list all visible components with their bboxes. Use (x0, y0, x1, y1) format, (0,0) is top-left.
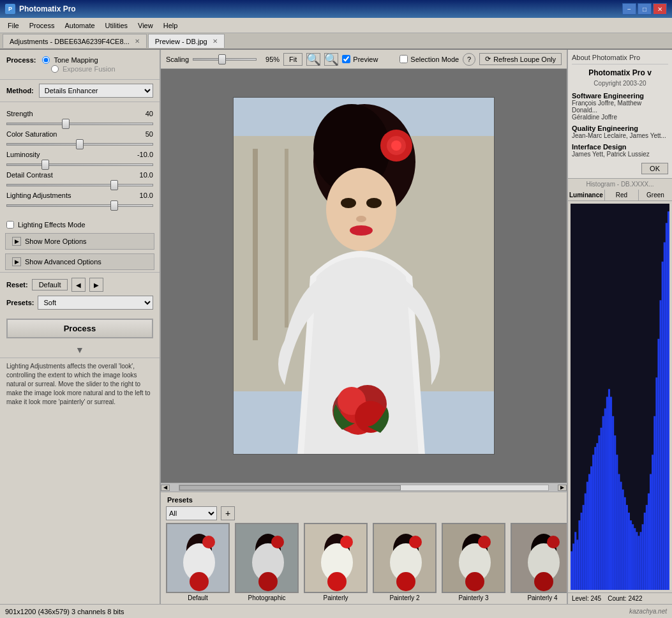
svg-rect-59 (588, 474, 590, 591)
show-more-label: Show More Options (25, 237, 87, 245)
menu-help[interactable]: Help (158, 20, 183, 31)
preset-painterly-4-label: Painterly 4 (527, 594, 557, 601)
scroll-left-button[interactable]: ◀ (161, 485, 170, 491)
software-engineering-role: Software Engineering (572, 92, 668, 100)
preset-painterly-3[interactable]: Painterly 3 (442, 523, 505, 601)
zoom-in-button[interactable]: 🔍 (324, 53, 338, 66)
show-advanced-options-button[interactable]: ▶ Show Advanced Options (5, 253, 154, 270)
svg-point-32 (340, 536, 353, 548)
histogram-tab-red[interactable]: Red (605, 190, 639, 200)
show-more-options-button[interactable]: ▶ Show More Options (5, 233, 154, 250)
menu-view[interactable]: View (133, 20, 158, 31)
show-advanced-icon: ▶ (12, 257, 21, 266)
scroll-thumb[interactable] (179, 485, 401, 490)
presets-dropdown[interactable]: Soft Default Painterly Natural Vivid (38, 296, 153, 310)
menu-automate[interactable]: Automate (59, 20, 100, 31)
process-button[interactable]: Process (6, 319, 153, 338)
histogram-tab-green[interactable]: Green (639, 190, 672, 200)
help-button[interactable]: ? (463, 53, 475, 66)
presets-filter-dropdown[interactable]: All Default Soft (166, 506, 217, 520)
preset-photographic[interactable]: Photographic (235, 523, 299, 601)
preset-painterly[interactable]: Painterly (304, 523, 368, 601)
left-panel: Process: Tone Mapping Exposure Fusion Me… (0, 50, 161, 604)
presets-thumbnails: Default Photographic Painterly (161, 523, 567, 601)
svg-rect-61 (592, 455, 594, 590)
svg-rect-93 (655, 377, 657, 590)
selection-mode-checkbox[interactable] (399, 55, 408, 63)
tab-preview[interactable]: Preview - DB.jpg ✕ (148, 34, 225, 48)
svg-point-12 (356, 216, 366, 222)
strength-slider-row: Strength 40 (6, 110, 153, 126)
reset-presets-section: Reset: Default ◀ ▶ Presets: Soft Default… (0, 272, 160, 315)
zoom-out-button[interactable]: 🔍 (306, 53, 320, 66)
scroll-right-button[interactable]: ▶ (558, 485, 567, 491)
svg-rect-81 (632, 524, 634, 590)
svg-rect-90 (650, 474, 652, 591)
default-button[interactable]: Default (32, 279, 68, 290)
method-dropdown[interactable]: Details Enhancer Contrast Optimizer Tone… (39, 84, 153, 98)
preset-photographic-label: Photographic (248, 594, 286, 601)
svg-point-43 (465, 572, 484, 591)
histogram-tabs: Luminance Red Green (568, 190, 672, 201)
lighting-adjustments-label: Lighting Adjustments (6, 192, 71, 199)
tab-preview-label: Preview - DB.jpg (155, 38, 207, 45)
minimize-button[interactable]: − (622, 3, 636, 15)
refresh-button[interactable]: ⟳ Refresh Loupe Only (479, 53, 562, 65)
preset-painterly-2[interactable]: Painterly 2 (373, 523, 437, 601)
close-button[interactable]: ✕ (653, 3, 667, 15)
selection-mode-label: Selection Mode (410, 56, 459, 63)
tab-adjustments[interactable]: Adjustments - DBEE63A6239F4CE8... ✕ (3, 34, 147, 48)
histogram-tab-luminance[interactable]: Luminance (568, 190, 605, 200)
strength-slider[interactable] (6, 123, 153, 125)
svg-rect-52 (574, 532, 576, 590)
redo-button[interactable]: ▶ (89, 278, 103, 292)
color-saturation-value: 50 (146, 130, 153, 138)
lighting-effects-checkbox[interactable] (6, 221, 14, 229)
add-preset-button[interactable]: + (221, 506, 235, 520)
presets-strip-header: Presets (161, 495, 567, 506)
svg-rect-97 (664, 243, 666, 591)
menu-utilities[interactable]: Utilities (100, 20, 133, 31)
refresh-label: Refresh Loupe Only (493, 56, 556, 63)
method-label: Method: (6, 87, 34, 94)
lighting-adjustments-slider[interactable] (6, 204, 153, 207)
presets-label: Presets: (6, 299, 34, 306)
about-ok-button[interactable]: OK (641, 163, 668, 174)
svg-rect-75 (620, 482, 622, 590)
exposure-fusion-radio[interactable] (51, 65, 59, 73)
software-engineering-names: François Joffre, Matthew Donald...Gérald… (572, 100, 668, 121)
center-panel: Scaling 95% Fit 🔍 🔍 Preview Selection Mo… (161, 50, 567, 604)
svg-point-23 (190, 572, 209, 591)
help-arrow[interactable]: ▼ (0, 342, 160, 358)
histogram-level: Level: 245 (572, 595, 601, 602)
scaling-slider[interactable] (193, 58, 257, 61)
undo-button[interactable]: ◀ (71, 278, 86, 292)
preset-painterly-4[interactable]: Painterly 4 (511, 523, 567, 601)
quality-engineering-names: Jean-Marc Leclaire, James Yett... (572, 132, 668, 139)
tone-mapping-radio[interactable] (42, 56, 50, 64)
detail-contrast-slider[interactable] (6, 184, 153, 186)
svg-rect-99 (668, 211, 669, 590)
svg-rect-80 (630, 520, 632, 590)
tab-adjustments-close[interactable]: ✕ (135, 38, 140, 45)
process-section: Process: Tone Mapping Exposure Fusion (0, 50, 160, 80)
menu-file[interactable]: File (3, 20, 24, 31)
preset-default[interactable]: Default (166, 523, 230, 601)
color-saturation-slider[interactable] (6, 143, 153, 146)
svg-rect-79 (628, 513, 630, 590)
svg-rect-71 (612, 416, 614, 590)
tab-preview-close[interactable]: ✕ (213, 38, 218, 45)
luminosity-label: Luminosity (6, 151, 40, 158)
color-saturation-label: Color Saturation (6, 130, 57, 138)
horizontal-scrollbar[interactable]: ◀ ▶ (161, 483, 567, 492)
scroll-track[interactable] (179, 485, 549, 491)
preview-checkbox[interactable] (342, 55, 350, 63)
svg-rect-86 (642, 524, 644, 590)
menu-process[interactable]: Process (24, 20, 60, 31)
svg-point-8 (391, 140, 401, 151)
luminosity-slider[interactable] (6, 163, 153, 166)
detail-contrast-label: Detail Contrast (6, 171, 53, 179)
fit-button[interactable]: Fit (283, 53, 302, 66)
restore-button[interactable]: □ (638, 3, 652, 15)
process-label: Process: (6, 56, 36, 64)
